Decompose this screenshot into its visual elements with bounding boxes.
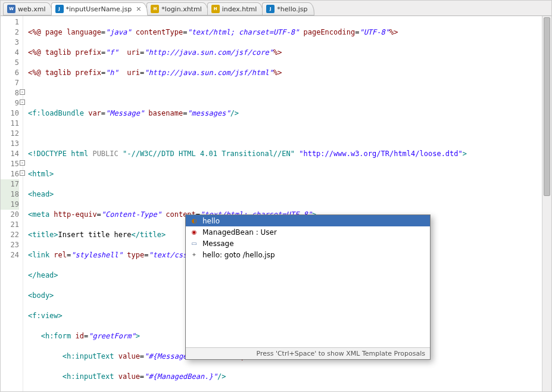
jsp-file-icon: J bbox=[55, 5, 64, 13]
line-number: 22 bbox=[1, 230, 19, 240]
tab-label: *login.xhtml bbox=[161, 5, 201, 13]
line-number: 15- bbox=[1, 159, 19, 169]
line-number: 17 bbox=[1, 179, 19, 189]
content-assist-item-label: ManagedBean : User bbox=[202, 228, 277, 237]
content-assist-popup: ◐ hello ◉ ManagedBean : User ▭ Message ✦… bbox=[185, 214, 431, 360]
line-number: 13 bbox=[1, 139, 19, 149]
scrollbar-thumb[interactable] bbox=[544, 17, 550, 196]
tab-label: *hello.jsp bbox=[277, 5, 307, 13]
code-line[interactable] bbox=[28, 129, 551, 139]
code-line[interactable]: <f:loadBundle var="Message" basename="me… bbox=[28, 108, 551, 119]
code-line[interactable]: <html> bbox=[28, 169, 551, 179]
line-number: 23 bbox=[1, 240, 19, 250]
code-line[interactable]: <%@ taglib prefix="h" uri="http://java.s… bbox=[28, 68, 551, 78]
line-number: 5 bbox=[1, 58, 19, 68]
code-line[interactable]: <%@ page language="java" contentType="te… bbox=[28, 27, 551, 38]
navigation-rule-icon: ✦ bbox=[189, 250, 199, 260]
content-assist-item[interactable]: ◉ ManagedBean : User bbox=[186, 226, 430, 238]
line-number: 2 bbox=[1, 27, 19, 38]
line-number: 8- bbox=[1, 88, 19, 98]
code-line[interactable]: <head> bbox=[28, 189, 551, 200]
content-assist-item-label: hello bbox=[202, 217, 220, 225]
tab-label: *inputUserName.jsp bbox=[66, 5, 132, 13]
line-number: 21 bbox=[1, 220, 19, 230]
line-number: 11 bbox=[1, 119, 19, 129]
code-line[interactable] bbox=[28, 88, 551, 98]
line-number: 24 bbox=[1, 250, 19, 260]
content-assist-list[interactable]: ◐ hello ◉ ManagedBean : User ▭ Message ✦… bbox=[186, 215, 430, 347]
line-number: 6 bbox=[1, 68, 19, 78]
code-line[interactable]: <!DOCTYPE html PUBLIC "-//W3C//DTD HTML … bbox=[28, 149, 551, 159]
line-number: 1 bbox=[1, 17, 19, 27]
tab-web-xml[interactable]: W web.xml bbox=[3, 2, 52, 15]
managed-bean-icon: ◉ bbox=[189, 228, 199, 237]
line-number-gutter: 1 2 3 4 5 6 7 8- 9- 10 11 12 13 14 15- 1… bbox=[1, 16, 23, 392]
line-number: 12 bbox=[1, 129, 19, 139]
vertical-scrollbar[interactable] bbox=[542, 16, 551, 391]
line-number: 3 bbox=[1, 38, 19, 48]
line-number: 4 bbox=[1, 48, 19, 58]
line-number: 7 bbox=[1, 78, 19, 88]
content-assist-item[interactable]: ◐ hello bbox=[186, 215, 430, 226]
html-file-icon: H bbox=[211, 5, 220, 13]
tab-hello-jsp[interactable]: J *hello.jsp bbox=[262, 2, 314, 15]
jsp-file-icon: J bbox=[266, 5, 275, 13]
xhtml-file-icon: H bbox=[151, 5, 159, 13]
tab-login-xhtml[interactable]: H *login.xhtml bbox=[146, 2, 208, 15]
line-number: 14 bbox=[1, 149, 19, 159]
tab-label: web.xml bbox=[18, 5, 46, 13]
tab-index-html[interactable]: H index.html bbox=[207, 2, 264, 15]
web-xml-icon: W bbox=[7, 5, 15, 13]
line-number: 10 bbox=[1, 108, 19, 119]
content-assist-item-label: hello: goto /hello.jsp bbox=[202, 251, 275, 259]
code-line[interactable]: <h:inputText value="#{ManagedBean.}"/> bbox=[28, 372, 551, 382]
tab-inputusername-jsp[interactable]: J *inputUserName.jsp ✕ bbox=[51, 2, 148, 15]
line-number: 18 bbox=[1, 189, 19, 200]
content-assist-item[interactable]: ▭ Message bbox=[186, 238, 430, 249]
line-number: 20 bbox=[1, 210, 19, 220]
content-assist-item-label: Message bbox=[202, 239, 234, 248]
line-number: 19 bbox=[1, 200, 19, 210]
content-assist-item[interactable]: ✦ hello: goto /hello.jsp bbox=[186, 249, 430, 260]
close-icon[interactable]: ✕ bbox=[136, 5, 141, 13]
content-assist-hint: Press 'Ctrl+Space' to show XML Template … bbox=[186, 347, 430, 359]
tab-label: index.html bbox=[222, 5, 257, 13]
message-bundle-icon: ▭ bbox=[189, 239, 199, 248]
editor-tab-bar: W web.xml J *inputUserName.jsp ✕ H *logi… bbox=[1, 1, 551, 16]
bean-icon: ◐ bbox=[189, 216, 199, 226]
code-line[interactable]: <%@ taglib prefix="f" uri="http://java.s… bbox=[28, 48, 551, 58]
line-number: 16- bbox=[1, 169, 19, 179]
line-number: 9- bbox=[1, 98, 19, 108]
